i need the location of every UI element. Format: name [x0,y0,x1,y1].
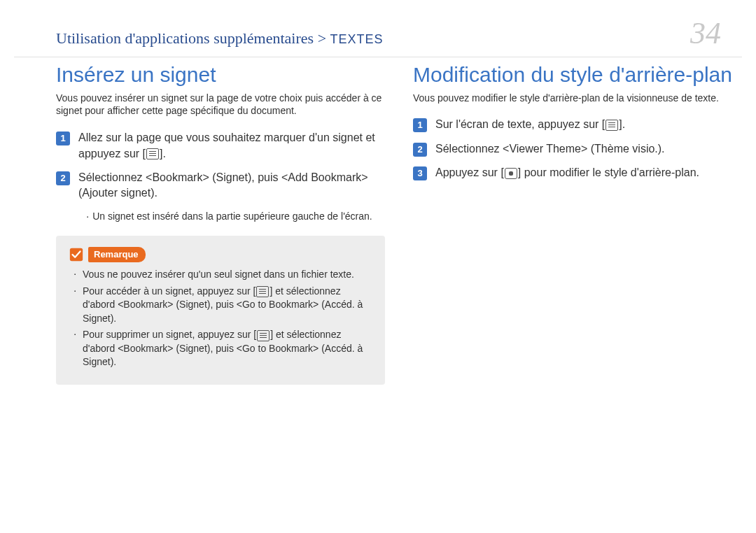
step-number-badge: 2 [56,171,70,185]
content-columns: Insérez un signet Vous pouvez insérer un… [0,57,756,385]
right-step-1: 1 Sur l'écran de texte, appuyez sur []. [413,117,742,132]
step-body: Sélectionnez <Bookmark> (Signet), puis <… [78,170,385,201]
right-column: Modification du style d'arrière-plan Vou… [413,63,742,385]
note-item-text: Vous ne pouvez insérer qu'un seul signet… [83,269,354,280]
breadcrumb-main: Utilisation d'applications supplémentair… [56,29,314,47]
note-header: Remarque [69,247,372,262]
step-body: Sur l'écran de texte, appuyez sur []. [435,117,742,132]
right-intro-text: Vous pouvez modifier le style d'arrière-… [413,92,742,105]
step-text-pre: Sélectionnez <Bookmark> (Signet), puis <… [78,171,368,199]
right-section-title: Modification du style d'arrière-plan [413,63,742,87]
page-number: 34 [690,15,721,51]
left-step-1: 1 Allez sur la page que vous souhaitez m… [56,130,385,162]
step-number-badge: 1 [56,132,70,145]
step-number-badge: 1 [413,118,427,132]
center-button-icon [505,168,517,179]
step-body: Sélectionnez <Viewer Theme> (Thème visio… [435,141,742,157]
breadcrumb: Utilisation d'applications supplémentair… [56,29,384,48]
step-text-pre: Sélectionnez <Viewer Theme> (Thème visio… [435,143,665,155]
step-body: Allez sur la page que vous souhaitez mar… [78,130,385,162]
breadcrumb-sep: > [314,29,330,47]
step-text-pre: Appuyez sur [ [435,166,504,178]
left-sub-bullet: Un signet est inséré dans la partie supé… [87,210,385,223]
note-box: Remarque Vous ne pouvez insérer qu'un se… [56,236,385,385]
menu-icon [146,148,159,159]
note-item-pre: Pour accéder à un signet, appuyez sur [ [83,285,255,297]
left-column: Insérez un signet Vous pouvez insérer un… [56,63,385,385]
step-text-pre: Allez sur la page que vous souhaitez mar… [78,132,375,159]
menu-icon [257,330,270,341]
left-section-title: Insérez un signet [56,63,385,87]
step-number-badge: 3 [413,166,427,180]
note-item: Pour supprimer un signet, appuyez sur []… [83,328,372,369]
note-item: Pour accéder à un signet, appuyez sur []… [83,285,372,326]
step-text-post: ]. [160,148,166,159]
step-number-badge: 2 [413,143,427,157]
left-step-2: 2 Sélectionnez <Bookmark> (Signet), puis… [56,170,385,201]
left-intro-text: Vous pouvez insérer un signet sur la pag… [56,92,385,118]
menu-icon [606,120,618,131]
page-header: Utilisation d'applications supplémentair… [0,0,756,51]
right-step-3: 3 Appuyez sur [] pour modifier le style … [413,165,742,180]
menu-icon [256,286,269,297]
note-item: Vous ne pouvez insérer qu'un seul signet… [83,268,372,282]
note-label: Remarque [88,247,146,262]
note-check-icon [69,247,84,262]
step-text-post: ] pour modifier le style d'arrière-plan. [518,166,699,178]
step-body: Appuyez sur [] pour modifier le style d'… [435,165,742,180]
step-text-post: ]. [619,118,625,130]
right-step-2: 2 Sélectionnez <Viewer Theme> (Thème vis… [413,141,742,157]
note-item-pre: Pour supprimer un signet, appuyez sur [ [83,329,256,340]
step-text-pre: Sur l'écran de texte, appuyez sur [ [435,118,605,130]
page-container: Utilisation d'applications supplémentair… [0,0,756,533]
breadcrumb-sub: TEXTES [330,32,384,46]
